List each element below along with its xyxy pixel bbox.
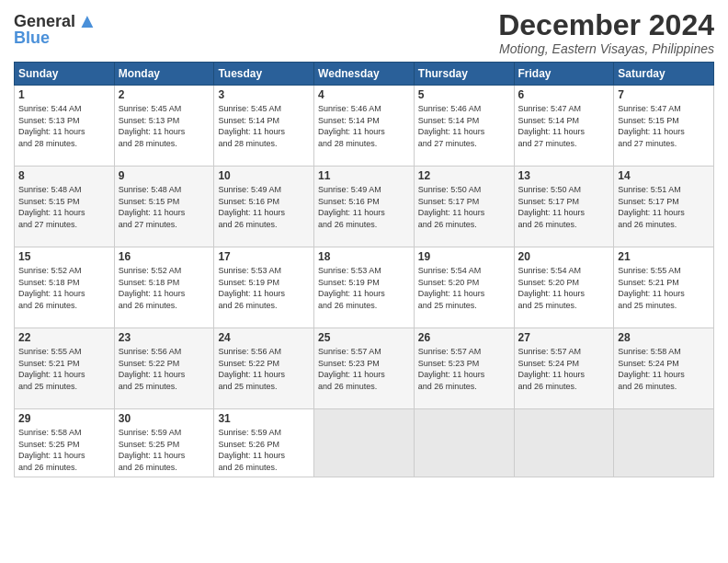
- cell-info: Sunrise: 5:55 AMSunset: 5:21 PMDaylight:…: [18, 346, 110, 392]
- cell-info: Sunrise: 5:59 AMSunset: 5:26 PMDaylight:…: [218, 427, 310, 473]
- day-number: 27: [518, 331, 610, 344]
- calendar-cell: [514, 409, 614, 477]
- calendar-cell: 6Sunrise: 5:47 AMSunset: 5:14 PMDaylight…: [514, 86, 614, 167]
- day-number: 3: [218, 88, 310, 101]
- logo-graphic: General ▲ Blue: [14, 9, 97, 46]
- cell-info: Sunrise: 5:58 AMSunset: 5:24 PMDaylight:…: [618, 346, 710, 392]
- logo: General ▲ Blue: [14, 9, 97, 46]
- calendar-cell: 9Sunrise: 5:48 AMSunset: 5:15 PMDaylight…: [114, 167, 214, 247]
- day-number: 9: [119, 169, 210, 182]
- calendar-cell: 20Sunrise: 5:54 AMSunset: 5:20 PMDayligh…: [514, 247, 614, 328]
- cell-info: Sunrise: 5:54 AMSunset: 5:20 PMDaylight:…: [518, 265, 610, 311]
- day-number: 8: [18, 169, 110, 182]
- logo-text-general: General: [14, 13, 75, 29]
- day-number: 1: [18, 88, 110, 101]
- day-number: 28: [618, 331, 710, 344]
- day-number: 22: [18, 331, 110, 344]
- day-number: 23: [119, 331, 210, 344]
- cell-info: Sunrise: 5:55 AMSunset: 5:21 PMDaylight:…: [618, 265, 710, 311]
- calendar-cell: 17Sunrise: 5:53 AMSunset: 5:19 PMDayligh…: [214, 247, 314, 328]
- calendar-cell: 3Sunrise: 5:45 AMSunset: 5:14 PMDaylight…: [214, 86, 314, 167]
- cell-info: Sunrise: 5:47 AMSunset: 5:14 PMDaylight:…: [518, 103, 610, 149]
- cell-info: Sunrise: 5:49 AMSunset: 5:16 PMDaylight:…: [218, 184, 310, 230]
- day-number: 17: [218, 250, 310, 263]
- day-number: 30: [119, 412, 210, 425]
- calendar-cell: 7Sunrise: 5:47 AMSunset: 5:15 PMDaylight…: [614, 86, 714, 167]
- weekday-header: Wednesday: [314, 63, 415, 86]
- cell-info: Sunrise: 5:54 AMSunset: 5:20 PMDaylight:…: [418, 265, 510, 311]
- day-number: 18: [318, 250, 410, 263]
- day-number: 31: [218, 412, 310, 425]
- day-number: 10: [218, 169, 310, 182]
- cell-info: Sunrise: 5:45 AMSunset: 5:14 PMDaylight:…: [218, 103, 310, 149]
- day-number: 2: [119, 88, 210, 101]
- calendar-cell: 2Sunrise: 5:45 AMSunset: 5:13 PMDaylight…: [114, 86, 214, 167]
- day-number: 19: [418, 250, 510, 263]
- cell-info: Sunrise: 5:56 AMSunset: 5:22 PMDaylight:…: [218, 346, 310, 392]
- calendar-cell: 19Sunrise: 5:54 AMSunset: 5:20 PMDayligh…: [414, 247, 514, 328]
- calendar-table: SundayMondayTuesdayWednesdayThursdayFrid…: [14, 62, 714, 477]
- calendar-cell: 25Sunrise: 5:57 AMSunset: 5:23 PMDayligh…: [314, 328, 415, 409]
- location: Motiong, Eastern Visayas, Philippines: [498, 41, 714, 56]
- calendar-cell: 24Sunrise: 5:56 AMSunset: 5:22 PMDayligh…: [214, 328, 314, 409]
- day-number: 13: [518, 169, 610, 182]
- cell-info: Sunrise: 5:56 AMSunset: 5:22 PMDaylight:…: [119, 346, 210, 392]
- calendar-cell: 1Sunrise: 5:44 AMSunset: 5:13 PMDaylight…: [15, 86, 115, 167]
- calendar-cell: 26Sunrise: 5:57 AMSunset: 5:23 PMDayligh…: [414, 328, 514, 409]
- day-number: 16: [119, 250, 210, 263]
- day-number: 26: [418, 331, 510, 344]
- calendar-cell: 27Sunrise: 5:57 AMSunset: 5:24 PMDayligh…: [514, 328, 614, 409]
- calendar-cell: [314, 409, 415, 477]
- day-number: 14: [618, 169, 710, 182]
- day-number: 4: [318, 88, 410, 101]
- calendar-cell: 15Sunrise: 5:52 AMSunset: 5:18 PMDayligh…: [15, 247, 115, 328]
- cell-info: Sunrise: 5:47 AMSunset: 5:15 PMDaylight:…: [618, 103, 710, 149]
- cell-info: Sunrise: 5:50 AMSunset: 5:17 PMDaylight:…: [418, 184, 510, 230]
- weekday-header: Saturday: [614, 63, 714, 86]
- weekday-header: Sunday: [15, 63, 115, 86]
- logo-bird-icon: ▲: [77, 9, 97, 33]
- cell-info: Sunrise: 5:48 AMSunset: 5:15 PMDaylight:…: [119, 184, 210, 230]
- day-number: 15: [18, 250, 110, 263]
- day-number: 6: [518, 88, 610, 101]
- cell-info: Sunrise: 5:46 AMSunset: 5:14 PMDaylight:…: [318, 103, 410, 149]
- cell-info: Sunrise: 5:57 AMSunset: 5:23 PMDaylight:…: [418, 346, 510, 392]
- cell-info: Sunrise: 5:46 AMSunset: 5:14 PMDaylight:…: [418, 103, 510, 149]
- cell-info: Sunrise: 5:52 AMSunset: 5:18 PMDaylight:…: [119, 265, 210, 311]
- calendar-header-row: SundayMondayTuesdayWednesdayThursdayFrid…: [15, 63, 714, 86]
- cell-info: Sunrise: 5:49 AMSunset: 5:16 PMDaylight:…: [318, 184, 410, 230]
- header: General ▲ Blue December 2024 Motiong, Ea…: [14, 9, 714, 56]
- calendar-cell: 30Sunrise: 5:59 AMSunset: 5:25 PMDayligh…: [114, 409, 214, 477]
- day-number: 21: [618, 250, 710, 263]
- day-number: 29: [18, 412, 110, 425]
- title-area: December 2024 Motiong, Eastern Visayas, …: [498, 9, 714, 56]
- calendar-cell: 18Sunrise: 5:53 AMSunset: 5:19 PMDayligh…: [314, 247, 415, 328]
- day-number: 11: [318, 169, 410, 182]
- calendar-cell: 21Sunrise: 5:55 AMSunset: 5:21 PMDayligh…: [614, 247, 714, 328]
- cell-info: Sunrise: 5:53 AMSunset: 5:19 PMDaylight:…: [318, 265, 410, 311]
- calendar-cell: [414, 409, 514, 477]
- calendar-week-row: 29Sunrise: 5:58 AMSunset: 5:25 PMDayligh…: [15, 409, 714, 477]
- day-number: 5: [418, 88, 510, 101]
- day-number: 25: [318, 331, 410, 344]
- calendar-week-row: 15Sunrise: 5:52 AMSunset: 5:18 PMDayligh…: [15, 247, 714, 328]
- weekday-header: Thursday: [414, 63, 514, 86]
- calendar-cell: 16Sunrise: 5:52 AMSunset: 5:18 PMDayligh…: [114, 247, 214, 328]
- calendar-week-row: 1Sunrise: 5:44 AMSunset: 5:13 PMDaylight…: [15, 86, 714, 167]
- cell-info: Sunrise: 5:58 AMSunset: 5:25 PMDaylight:…: [18, 427, 110, 473]
- cell-info: Sunrise: 5:52 AMSunset: 5:18 PMDaylight:…: [18, 265, 110, 311]
- weekday-header: Tuesday: [214, 63, 314, 86]
- cell-info: Sunrise: 5:57 AMSunset: 5:23 PMDaylight:…: [318, 346, 410, 392]
- day-number: 24: [218, 331, 310, 344]
- cell-info: Sunrise: 5:57 AMSunset: 5:24 PMDaylight:…: [518, 346, 610, 392]
- cell-info: Sunrise: 5:51 AMSunset: 5:17 PMDaylight:…: [618, 184, 710, 230]
- calendar-cell: 23Sunrise: 5:56 AMSunset: 5:22 PMDayligh…: [114, 328, 214, 409]
- calendar-cell: 12Sunrise: 5:50 AMSunset: 5:17 PMDayligh…: [414, 167, 514, 247]
- cell-info: Sunrise: 5:48 AMSunset: 5:15 PMDaylight:…: [18, 184, 110, 230]
- weekday-header: Friday: [514, 63, 614, 86]
- calendar-cell: 8Sunrise: 5:48 AMSunset: 5:15 PMDaylight…: [15, 167, 115, 247]
- calendar-cell: 28Sunrise: 5:58 AMSunset: 5:24 PMDayligh…: [614, 328, 714, 409]
- calendar-cell: 13Sunrise: 5:50 AMSunset: 5:17 PMDayligh…: [514, 167, 614, 247]
- calendar-cell: 11Sunrise: 5:49 AMSunset: 5:16 PMDayligh…: [314, 167, 415, 247]
- calendar-cell: 10Sunrise: 5:49 AMSunset: 5:16 PMDayligh…: [214, 167, 314, 247]
